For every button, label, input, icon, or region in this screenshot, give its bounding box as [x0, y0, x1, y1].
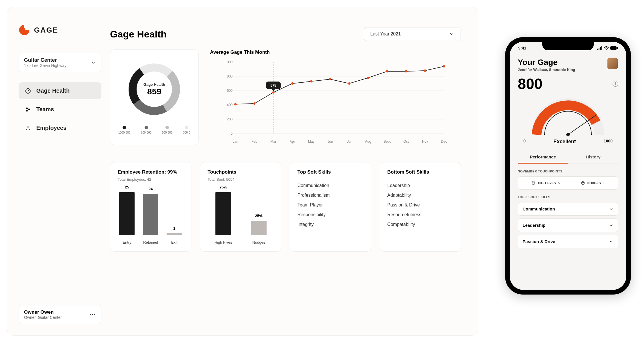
- svg-text:Jan: Jan: [233, 140, 238, 144]
- sidebar-item-gage-health[interactable]: Gage Health: [19, 82, 101, 99]
- org-address: 175 Lee Gavin Highway: [24, 63, 67, 68]
- skill-item: Adaptability: [387, 190, 453, 200]
- bar-value: 25: [125, 185, 129, 189]
- gauge-rating: Excellent: [553, 139, 576, 145]
- skill-item: Communication: [297, 181, 363, 190]
- svg-point-49: [443, 65, 445, 67]
- retention-sub: Total Employees: 42: [118, 177, 184, 182]
- svg-text:Oct: Oct: [403, 140, 409, 144]
- high-five-icon: [531, 181, 536, 185]
- bottom-skills-card: Bottom Soft Skills LeadershipAdaptabilit…: [380, 162, 461, 252]
- battery-icon: [610, 46, 618, 50]
- svg-text:Nov: Nov: [422, 140, 428, 144]
- svg-point-6: [90, 314, 91, 315]
- legend-item: 500-300: [162, 126, 173, 134]
- info-icon[interactable]: i: [613, 81, 618, 87]
- sidebar: GAGE Guitar Center 175 Lee Gavin Highway…: [7, 7, 110, 335]
- svg-rect-58: [617, 47, 618, 49]
- softskills-heading: TOP 3 SOFT SKILLS: [518, 195, 618, 199]
- donut-value: 859: [143, 87, 165, 96]
- phone-touchpoints-card: HIGH FIVES 5 NUDGES 1: [518, 176, 618, 190]
- bar-value: 25%: [255, 214, 263, 218]
- bottom-skills-title: Bottom Soft Skills: [387, 169, 453, 175]
- svg-text:Aug: Aug: [365, 140, 371, 144]
- org-name: Guitar Center: [24, 57, 67, 63]
- gauge-max: 1000: [604, 139, 613, 145]
- svg-point-5: [27, 126, 29, 128]
- svg-point-38: [234, 103, 237, 106]
- bar-value: 75%: [219, 185, 227, 189]
- phone-subtitle: Jennifer Wallace, Smoothie King: [518, 67, 575, 72]
- period-select[interactable]: Last Year 2021: [364, 27, 461, 41]
- softskill-row[interactable]: Leadership: [518, 218, 618, 232]
- bar-value: 24: [149, 187, 153, 191]
- bar-col: 1 Exit: [167, 226, 182, 244]
- gage-logo-icon: [19, 24, 30, 36]
- avatar[interactable]: [607, 58, 618, 69]
- skill-item: Professionalism: [297, 190, 363, 200]
- ellipsis-icon[interactable]: [89, 311, 96, 318]
- svg-text:1000: 1000: [225, 60, 233, 64]
- wifi-icon: [604, 46, 609, 50]
- softskill-row[interactable]: Passion & Drive: [518, 235, 618, 248]
- tab-performance[interactable]: Performance: [518, 151, 568, 164]
- svg-text:0: 0: [231, 132, 233, 136]
- org-selector[interactable]: Guitar Center 175 Lee Gavin Highway: [19, 53, 101, 72]
- donut-label: Gage Health: [143, 82, 165, 87]
- phone-notch: [542, 42, 594, 50]
- svg-text:800: 800: [227, 74, 233, 78]
- bar: [251, 221, 267, 235]
- touchpoints-title: Touchpoints: [208, 169, 274, 175]
- page-title: Gage Health: [110, 29, 167, 40]
- svg-point-47: [405, 70, 407, 73]
- teams-icon: [25, 106, 31, 113]
- phone-mockup: 9:41 Your Gage Jennifer Wallace, Smoothi…: [505, 37, 631, 295]
- svg-point-40: [272, 91, 275, 94]
- bar: [167, 233, 182, 235]
- gauge-icon: [25, 88, 31, 94]
- user-name: Owner Owen: [24, 309, 62, 315]
- svg-text:Apr: Apr: [290, 140, 295, 144]
- skill-item: Passion & Drive: [387, 200, 453, 210]
- bar-category: Entry: [123, 240, 131, 244]
- top-skills-title: Top Soft Skills: [297, 169, 363, 175]
- skill-item: Leadership: [387, 181, 453, 190]
- chevron-down-icon: [609, 207, 613, 211]
- skill-item: Resourcefulness: [387, 210, 453, 220]
- top-skills-card: Top Soft Skills CommunicationProfessiona…: [290, 162, 371, 252]
- softskill-label: Passion & Drive: [523, 239, 555, 244]
- skill-item: Integrity: [297, 220, 363, 229]
- chevron-down-icon: [91, 60, 96, 65]
- chevron-down-icon: [609, 239, 613, 244]
- current-user-card[interactable]: Owner Owen Owner, Guitar Center: [19, 305, 101, 324]
- retention-title: Employee Retention: 99%: [118, 169, 184, 175]
- brand-logo: GAGE: [19, 24, 101, 36]
- svg-point-44: [348, 82, 350, 85]
- svg-point-39: [253, 102, 255, 105]
- bar-col: 75% High Fives: [215, 185, 232, 244]
- svg-rect-53: [599, 48, 599, 50]
- svg-text:200: 200: [227, 117, 233, 121]
- main-panel: Gage Health Last Year 2021 Gage Health: [110, 7, 478, 335]
- gauge-min: 0: [523, 139, 526, 145]
- bar-category: High Fives: [215, 240, 232, 244]
- bar: [215, 192, 231, 235]
- svg-text:575: 575: [271, 83, 276, 88]
- softskill-row[interactable]: Communication: [518, 202, 618, 216]
- svg-point-48: [424, 69, 426, 72]
- svg-text:Sept: Sept: [384, 140, 391, 144]
- legend-item: 800-500: [141, 126, 151, 134]
- bar-col: 25 Entry: [119, 185, 135, 244]
- chevron-down-icon: [449, 31, 454, 37]
- period-value: Last Year 2021: [370, 31, 401, 37]
- phone-title: Your Gage: [518, 58, 575, 67]
- sidebar-item-employees[interactable]: Employees: [19, 120, 101, 136]
- nav-label: Employees: [36, 125, 67, 131]
- svg-point-46: [386, 70, 388, 73]
- donut-card: Gage Health 859 1000-800800-500500-30030…: [110, 49, 199, 145]
- sidebar-item-teams[interactable]: Teams: [19, 101, 101, 118]
- tab-history[interactable]: History: [568, 151, 618, 164]
- bar-value: 1: [173, 226, 175, 230]
- tp-high-fives: HIGH FIVES 5: [531, 181, 560, 185]
- svg-point-7: [92, 314, 93, 315]
